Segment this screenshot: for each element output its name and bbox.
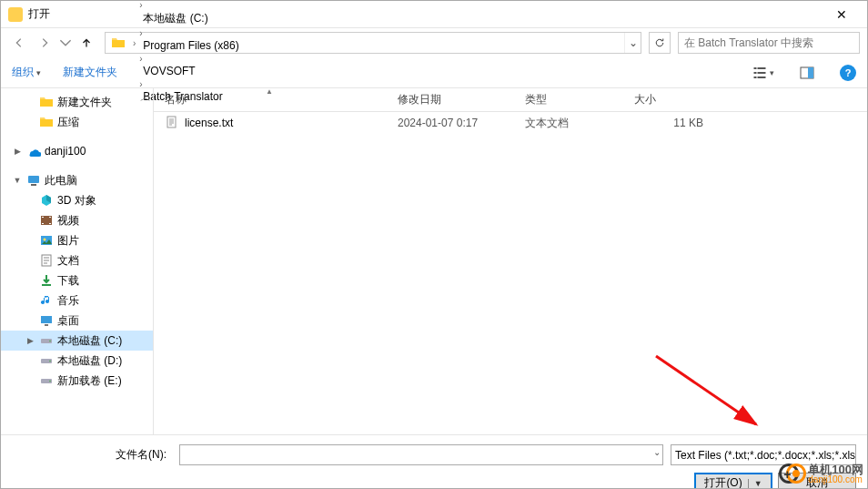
svg-rect-9 [31, 184, 36, 186]
sidebar-item[interactable]: ▶danji100 [1, 141, 153, 161]
sidebar-item[interactable]: 文档 [1, 250, 153, 270]
breadcrumb-item[interactable]: Program Files (x86) [137, 39, 244, 52]
sidebar-item-label: 视频 [57, 213, 79, 229]
folder-icon [109, 34, 127, 52]
chevron-right-icon: › [131, 38, 137, 48]
svg-rect-7 [808, 67, 813, 78]
file-row[interactable]: license.txt2024-01-07 0:17文本文档11 KB [154, 112, 867, 134]
back-button[interactable] [8, 32, 30, 54]
close-icon[interactable]: ✕ [823, 7, 860, 22]
chevron-right-icon: › [137, 28, 144, 38]
onedrive-icon [26, 144, 41, 158]
sidebar-item-label: 文档 [57, 253, 79, 269]
drive-icon [39, 333, 54, 348]
expand-icon[interactable]: ▼ [12, 176, 23, 185]
new-folder-button[interactable]: 新建文件夹 [63, 65, 117, 80]
filetype-filter[interactable]: Text Files (*.txt;*.doc;*.docx;*.xls;*.x… [671, 444, 856, 465]
sidebar-item-label: 3D 对象 [57, 193, 96, 209]
search-input[interactable]: 在 Batch Translator 中搜索 [678, 32, 860, 54]
filename-input[interactable]: ⌄ [179, 444, 663, 465]
file-size: 11 KB [623, 117, 714, 129]
svg-rect-2 [754, 72, 757, 74]
bottom-panel: 文件名(N): ⌄ Text Files (*.txt;*.doc;*.docx… [1, 434, 867, 489]
svg-rect-5 [758, 76, 766, 78]
app-icon [8, 7, 23, 22]
sidebar-item[interactable]: 压缩 [1, 112, 153, 132]
breadcrumb-item[interactable]: VOVSOFT [137, 65, 244, 77]
toolbar: 组织 新建文件夹 ▾ ? [1, 57, 867, 88]
music-icon [39, 293, 54, 308]
svg-point-26 [49, 381, 51, 382]
column-type[interactable]: 类型 [514, 88, 623, 111]
column-headers: ▲ 名称 修改日期 类型 大小 [154, 88, 867, 112]
up-button[interactable] [76, 32, 97, 54]
sidebar-item[interactable]: 3D 对象 [1, 190, 153, 210]
sidebar-item[interactable]: 新建文件夹 [1, 92, 153, 112]
svg-rect-13 [49, 217, 51, 218]
sidebar-item-label: 图片 [57, 233, 79, 249]
sidebar-item-label: 压缩 [57, 115, 79, 130]
expand-icon[interactable]: ▶ [25, 336, 35, 345]
svg-point-22 [49, 341, 51, 342]
search-placeholder: 在 Batch Translator 中搜索 [684, 36, 813, 51]
recent-dropdown[interactable] [59, 32, 72, 54]
filename-label: 文件名(N): [12, 447, 172, 463]
help-button[interactable]: ? [840, 65, 856, 81]
forward-button[interactable] [34, 32, 56, 54]
sidebar-item-label: 新加载卷 (E:) [57, 373, 122, 389]
svg-rect-27 [167, 117, 176, 127]
svg-rect-8 [28, 176, 39, 183]
refresh-button[interactable] [649, 32, 671, 54]
titlebar: 打开 ✕ [1, 1, 867, 28]
svg-rect-18 [42, 284, 51, 286]
sidebar-item-label: 本地磁盘 (C:) [57, 333, 122, 349]
svg-rect-11 [42, 217, 44, 218]
sidebar-item[interactable]: 桌面 [1, 311, 153, 331]
sidebar-item[interactable]: 本地磁盘 (D:) [1, 351, 153, 371]
thispc-icon [26, 173, 41, 188]
expand-icon[interactable]: ▶ [12, 147, 23, 156]
chevron-right-icon: › [137, 54, 144, 64]
sidebar-item[interactable]: 音乐 [1, 290, 153, 311]
svg-rect-19 [41, 316, 52, 323]
preview-pane-button[interactable] [796, 62, 818, 84]
sort-indicator-icon: ▲ [266, 87, 273, 96]
svg-rect-4 [754, 76, 757, 78]
downloads-icon [39, 273, 54, 288]
svg-rect-20 [45, 324, 48, 326]
obj3d-icon [39, 193, 54, 208]
sidebar-item[interactable]: 视频 [1, 210, 153, 230]
video-icon [39, 213, 54, 228]
textfile-icon [165, 115, 179, 132]
sidebar-item-label: 此电脑 [45, 173, 77, 188]
sidebar-item[interactable]: 下载 [1, 270, 153, 290]
file-list[interactable]: license.txt2024-01-07 0:17文本文档11 KB [154, 112, 867, 434]
sidebar-item-label: 下载 [57, 273, 79, 289]
filename-dropdown-icon[interactable]: ⌄ [653, 447, 661, 457]
svg-rect-0 [754, 67, 757, 69]
cancel-button[interactable]: 取消 [778, 473, 856, 489]
sidebar-item[interactable]: 图片 [1, 230, 153, 250]
scroll-up-icon[interactable]: ︿ [138, 88, 152, 107]
open-button[interactable]: 打开(O)▼ [694, 473, 772, 489]
file-date: 2024-01-07 0:17 [387, 117, 514, 129]
column-date[interactable]: 修改日期 [387, 88, 514, 111]
organize-menu[interactable]: 组织 [12, 65, 41, 80]
sidebar-item[interactable]: 新加载卷 (E:) [1, 371, 153, 391]
column-size[interactable]: 大小 [623, 88, 714, 111]
navbar: › 此电脑›本地磁盘 (C:)›Program Files (x86)›VOVS… [1, 28, 867, 57]
view-options-button[interactable]: ▾ [752, 62, 774, 84]
main-area: ︿ 新建文件夹压缩▶danji100▼此电脑3D 对象视频图片文档下载音乐桌面▶… [1, 88, 867, 434]
sidebar-item[interactable]: ▼此电脑 [1, 170, 153, 190]
sidebar-item-label: 新建文件夹 [57, 95, 112, 110]
pictures-icon [39, 233, 54, 248]
breadcrumb[interactable]: › 此电脑›本地磁盘 (C:)›Program Files (x86)›VOVS… [105, 32, 641, 54]
sidebar[interactable]: ︿ 新建文件夹压缩▶danji100▼此电脑3D 对象视频图片文档下载音乐桌面▶… [1, 88, 154, 434]
breadcrumb-item[interactable]: 本地磁盘 (C:) [137, 11, 244, 26]
sidebar-item-label: 桌面 [57, 313, 79, 329]
breadcrumb-dropdown[interactable]: ⌄ [624, 33, 641, 53]
split-dropdown-icon: ▼ [748, 479, 762, 488]
sidebar-item-label: 本地磁盘 (D:) [57, 353, 122, 369]
sidebar-item[interactable]: ▶本地磁盘 (C:) [1, 331, 153, 351]
svg-point-16 [44, 239, 46, 241]
